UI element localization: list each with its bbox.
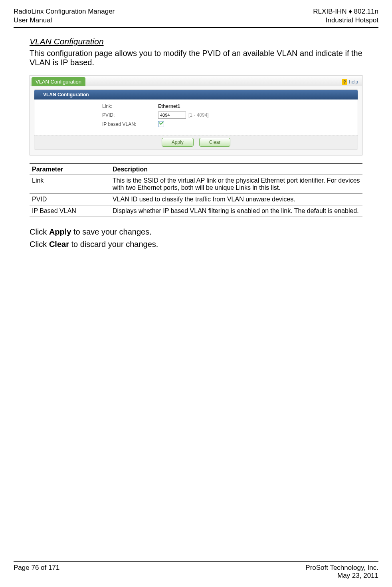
table-cell-desc: VLAN ID used to classify the traffic fro…: [110, 194, 362, 205]
section-title: VLAN Configuration: [30, 37, 362, 46]
table-cell-param: Link: [30, 175, 110, 194]
screenshot-panel: VLAN Configuration ? help VLAN Configura…: [30, 75, 362, 155]
ip-vlan-checkbox[interactable]: [158, 121, 164, 127]
header-right-line1: RLXIB-IHN ♦ 802.11n: [313, 7, 378, 16]
table-header-description: Description: [110, 164, 362, 175]
table-cell-param: PVID: [30, 194, 110, 205]
header-left-line2: User Manual: [14, 16, 115, 25]
apply-note: Click Apply to save your changes.: [30, 227, 362, 237]
page-header: RadioLinx Configuration Manager User Man…: [14, 7, 378, 28]
intro-paragraph: This configuration page allows you to mo…: [30, 49, 362, 67]
table-cell-param: IP Based VLAN: [30, 205, 110, 217]
clear-button[interactable]: Clear: [199, 138, 231, 147]
footer-right-line1: ProSoft Technology, Inc.: [305, 564, 378, 572]
link-value: Ethernet1: [158, 103, 180, 109]
ip-vlan-label: IP based VLAN:: [102, 121, 158, 127]
help-label: help: [349, 79, 358, 85]
pvid-label: PVID:: [102, 112, 158, 118]
table-cell-desc: Displays whether IP based VLAN filtering…: [110, 205, 362, 217]
note-bold: Clear: [49, 240, 69, 249]
parameter-table: Parameter Description Link This is the S…: [30, 163, 362, 217]
footer-right-line2: May 23, 2011: [305, 572, 378, 580]
note-text: to save your changes.: [71, 227, 151, 236]
table-row: PVID VLAN ID used to classify the traffi…: [30, 194, 362, 205]
help-icon: ?: [342, 79, 347, 85]
header-right-line2: Industrial Hotspot: [313, 16, 378, 25]
table-row: IP Based VLAN Displays whether IP based …: [30, 205, 362, 217]
pvid-hint: [1 - 4094]: [188, 112, 209, 118]
footer-left: Page 76 of 171: [14, 564, 59, 580]
note-text: Click: [30, 240, 49, 249]
panel-title: VLAN Configuration: [43, 92, 89, 98]
page-footer: Page 76 of 171 ProSoft Technology, Inc. …: [14, 561, 378, 580]
vlan-config-tab[interactable]: VLAN Configuration: [32, 77, 85, 86]
note-bold: Apply: [49, 227, 71, 236]
drag-icon: [38, 93, 41, 97]
note-text: Click: [30, 227, 49, 236]
table-cell-desc: This is the SSID of the virtual AP link …: [110, 175, 362, 194]
table-row: Link This is the SSID of the virtual AP …: [30, 175, 362, 194]
header-left-line1: RadioLinx Configuration Manager: [14, 7, 115, 16]
help-link[interactable]: ? help: [342, 79, 358, 85]
clear-note: Click Clear to discard your changes.: [30, 240, 362, 249]
note-text: to discard your changes.: [69, 240, 158, 249]
pvid-input[interactable]: [158, 111, 186, 119]
link-label: Link:: [102, 103, 158, 109]
table-header-parameter: Parameter: [30, 164, 110, 175]
apply-button[interactable]: Apply: [162, 138, 194, 147]
